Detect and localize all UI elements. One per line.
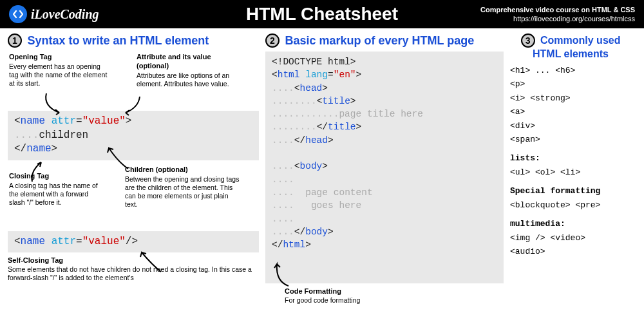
list-item: <img /> <video>: [510, 231, 631, 245]
list-item: <a>: [510, 105, 631, 118]
ann-closing-h: Closing Tag: [9, 172, 99, 181]
section-3: 3 Commonly used HTML elements <h1> ... <…: [510, 33, 631, 305]
list-item: <p>: [510, 77, 631, 91]
logo: iLoveCoding: [9, 5, 99, 23]
course-url: https://ilovecoding.org/courses/htmlcss: [480, 14, 635, 23]
list-heading: Special formatting: [510, 184, 631, 198]
ann-children-h: Children (optional): [125, 166, 241, 175]
ann-self: Self-Closing Tag Some elements that do n…: [8, 256, 259, 282]
content: 1 Syntax to write an HTML element Openin…: [0, 28, 644, 310]
ann-cf-t: For good code formatting: [285, 296, 360, 304]
ann-children: Children (optional) Between the opening …: [125, 166, 241, 209]
section-2: 2 Basic markup of every HTML page <!DOCT…: [265, 33, 504, 305]
section-3-title: Commonly used HTML elements: [533, 35, 620, 59]
ann-closing: Closing Tag A closing tag has the name o…: [9, 172, 99, 207]
brand-name: iLoveCoding: [31, 7, 99, 22]
ann-closing-t: A closing tag has the name of the elemen…: [9, 182, 98, 206]
list-item: <h1> ... <h6>: [510, 64, 631, 77]
badge-1: 1: [8, 33, 22, 48]
ann-self-h: Self-Closing Tag: [8, 256, 63, 264]
section-2-title: Basic markup of every HTML page: [285, 34, 474, 47]
list-item: <audio>: [510, 245, 631, 258]
ann-opening: Opening Tag Every element has an opening…: [9, 53, 109, 88]
section-2-header: 2 Basic markup of every HTML page: [265, 33, 504, 48]
section-1: 1 Syntax to write an HTML element Openin…: [8, 33, 259, 305]
ann-opening-h: Opening Tag: [9, 53, 109, 62]
ann-attr-t: Attributes are like options of an elemen…: [137, 71, 229, 88]
section-1-title: Syntax to write an HTML element: [27, 34, 209, 47]
ann-cf-h: Code Formatting: [285, 287, 341, 295]
code-syntax: <name attr="value"> ....children </name>: [8, 111, 259, 160]
list-item: <div>: [510, 119, 631, 133]
header-right: Comprehensive video course on HTML & CSS…: [480, 5, 635, 24]
badge-2: 2: [265, 33, 279, 48]
course-desc: Comprehensive video course on HTML & CSS: [480, 5, 635, 14]
badge-3: 3: [521, 33, 535, 48]
code-selfclose: <name attr="value"/>: [8, 231, 259, 253]
list-heading: multimedia:: [510, 217, 631, 231]
logo-icon: [9, 5, 27, 23]
ann-attr-h: Attribute and its value (optional): [137, 53, 236, 71]
code-page: <!DOCTYPE html> <html lang="en"> ....<he…: [265, 52, 504, 283]
header: iLoveCoding HTML Cheatsheet Comprehensiv…: [0, 0, 644, 28]
ann-self-t: Some elements that do not have children …: [8, 265, 252, 281]
list-heading: lists:: [510, 151, 631, 165]
list-item: <span>: [510, 133, 631, 146]
list-item: <blockquote> <pre>: [510, 198, 631, 212]
ann-codefmt: Code Formatting For good code formatting: [285, 287, 504, 305]
section-1-header: 1 Syntax to write an HTML element: [8, 33, 259, 48]
list-item: <ul> <ol> <li>: [510, 166, 631, 179]
ann-attr: Attribute and its value (optional) Attri…: [137, 53, 236, 88]
section-3-header: 3 Commonly used HTML elements: [510, 33, 631, 60]
list-item: <i> <strong>: [510, 91, 631, 105]
page-title: HTML Cheatsheet: [246, 4, 398, 24]
elements-list: <h1> ... <h6> <p> <i> <strong> <a> <div>…: [510, 64, 631, 259]
ann-opening-t: Every element has an opening tag with th…: [9, 62, 107, 87]
ann-children-t: Between the opening and closing tags are…: [125, 175, 239, 208]
